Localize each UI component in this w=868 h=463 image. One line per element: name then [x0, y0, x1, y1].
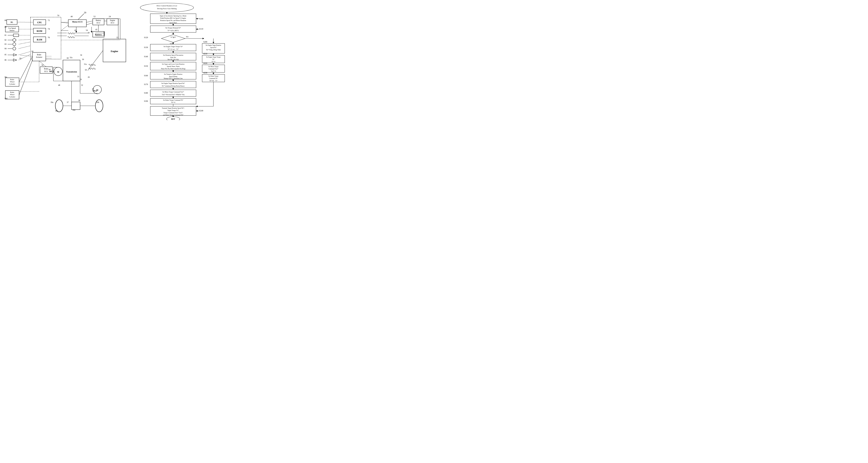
label-24: 24: [109, 15, 111, 18]
label-50: 50: [85, 69, 87, 71]
s110-text1: Set Torque Demand Tr*: [165, 27, 181, 29]
svg-line-27: [19, 39, 31, 40]
left-circuit-diagram: 70 CPU 72 ROM 74 RAM 76 IG 80 Car Speed …: [2, 2, 132, 120]
svg-marker-134: [213, 54, 214, 55]
label-85: 85: [5, 54, 6, 56]
s240-label: S240: [199, 109, 203, 112]
s140-text1: Set Rotation Speed Fluctuation: [163, 54, 184, 56]
s230-text2: Command Tb*: [209, 77, 218, 79]
battery-ecu-label: Battery: [96, 20, 101, 21]
svg-marker-77: [75, 31, 77, 33]
label-83: 83: [5, 43, 6, 45]
s240-text1: Transmit Target Rotation Speed Ne*,: [162, 107, 184, 109]
label-60: 60: [67, 57, 69, 59]
svg-marker-144: [196, 106, 197, 107]
s100-text4: Speed Nm1: [169, 22, 177, 24]
s110-label: S110: [199, 28, 203, 30]
svg-marker-23: [13, 59, 17, 61]
label-70: 70: [57, 14, 60, 16]
engine-ecu-label: Engine: [110, 20, 115, 21]
s210-text1: Set Engine Target Torque: [206, 56, 221, 58]
label-33: 33: [77, 75, 79, 77]
label-44: 44: [49, 68, 51, 70]
ret-label: RET: [171, 118, 175, 120]
s160-text3: Netmp=f(Te*): Operation Line: [164, 77, 183, 79]
brake-ecu-label: Brake: [44, 68, 49, 70]
svg-rect-65: [71, 102, 80, 109]
main-container: 70 CPU 72 ROM 74 RAM 76 IG 80 Car Speed …: [0, 0, 229, 122]
label-88: 88: [5, 26, 6, 28]
s130-text2: Te*=(1+ρ)・Tr*: [168, 48, 179, 50]
svg-marker-118: [173, 70, 174, 72]
s190-text2: Tb*=0: [171, 102, 175, 103]
svg-line-45: [61, 25, 68, 31]
ram-label: RAM: [37, 38, 42, 41]
brake-actuator-label: Brake: [37, 54, 41, 56]
label-84: 84: [5, 47, 6, 49]
s210-text2: Te*: [212, 59, 214, 60]
bwc1-label3: Cylinder: [9, 83, 15, 85]
brake-actuator-label2: Actuator: [36, 56, 42, 58]
svg-marker-95: [166, 12, 168, 14]
svg-marker-115: [173, 61, 174, 62]
bwc2-label3: Cylinder: [9, 96, 15, 98]
s130-label: S130: [144, 46, 148, 48]
flowchart-title: Drive Control Routine at Low: [157, 5, 177, 7]
label-39a: 39a: [51, 101, 53, 103]
svg-marker-140: [213, 73, 214, 74]
s210-text3: Te*=0: [212, 61, 215, 63]
label-48: 48: [58, 84, 60, 86]
s240-text2: Target Torque Te*,: [167, 109, 179, 111]
label-94: 94: [41, 64, 43, 66]
svg-marker-79: [91, 31, 92, 33]
label-22: 22: [116, 36, 119, 38]
s120-no: NO: [186, 36, 188, 38]
bwc2-label: Brake: [10, 91, 14, 93]
s140-label: S140: [144, 56, 148, 58]
svg-marker-109: [203, 38, 204, 39]
s100-label: S100: [199, 18, 203, 20]
s120-label: S120: [144, 36, 148, 38]
svg-point-63: [55, 100, 63, 112]
svg-marker-102: [196, 28, 197, 30]
brake-ecu-label2: ECU: [44, 70, 48, 72]
s110-text2: Tr*=f(Acc,BP,V): [168, 30, 179, 31]
s170-text1: Set Engine Target Rotation Speed Ne*: [161, 82, 185, 84]
label-39b: 39b: [96, 101, 99, 103]
svg-line-88: [78, 14, 84, 20]
label-37: 37: [67, 101, 69, 103]
s200-label: S200: [203, 41, 207, 43]
svg-marker-127: [173, 97, 174, 98]
svg-marker-132: [213, 42, 214, 43]
label-26: 26: [88, 76, 90, 78]
s200-text3: Ne*=Nchg: (Nchg>Nidl): [206, 49, 221, 51]
battery-label: Battery: [95, 33, 102, 36]
label-82: 82: [5, 39, 6, 41]
svg-line-28: [19, 42, 31, 44]
s120-text: Tr*≧0?: [170, 36, 176, 38]
label-42: 42: [74, 29, 76, 31]
bwc2-label2: Wheel: [10, 94, 14, 96]
label-31a: 31a: [84, 63, 87, 65]
label-96c: 96c: [5, 76, 7, 78]
s140-text2: Rate Nrt: [170, 57, 176, 58]
label-34: 34: [80, 54, 82, 56]
s170-label: S170: [144, 83, 148, 86]
bwc1-label2: Wheel: [10, 81, 14, 83]
s150-text2: Speeds Nmax, Nmin: [167, 66, 180, 67]
svg-marker-121: [173, 80, 174, 81]
svg-marker-21: [13, 54, 17, 56]
s220-label: S220: [203, 62, 207, 64]
svg-marker-124: [173, 88, 174, 90]
s230-label: S230: [203, 72, 207, 74]
bwc1-label: Brake: [10, 78, 14, 80]
svg-marker-137: [213, 63, 214, 65]
label-20: 20: [84, 11, 86, 14]
engine-ecu-label2: ECU: [111, 22, 115, 24]
label-32a: 32a: [70, 57, 72, 59]
s100-text2: Pedal Position BP, Car Speed V, Engine: [160, 17, 186, 19]
s180-text2: Tm1*=PreviousTm1*+PID(Ne*-Ne): [162, 94, 185, 96]
label-76: 76: [48, 36, 50, 38]
s100-text1: Input of Accelerator Opening Acc, Brake: [160, 15, 187, 17]
label-72: 72: [48, 19, 50, 21]
